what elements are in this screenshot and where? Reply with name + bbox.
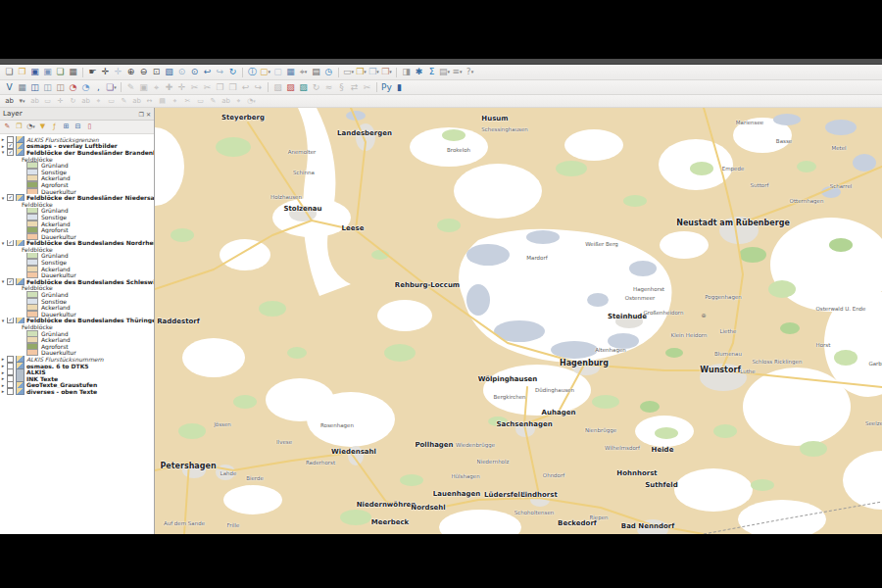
layer-tree-item[interactable]: ▸ALKIS Flurstücksnummern — [0, 356, 154, 363]
layer-tree-item[interactable]: ▸✓osmaps - overlay Luftbilder — [0, 143, 154, 150]
deselect-features-icon[interactable]: ▢ — [271, 67, 284, 78]
zoom-to-layer-icon[interactable]: ⊙ — [188, 67, 201, 78]
add-wfs-layer-icon[interactable]: ◔ — [79, 81, 92, 93]
pin-labels-icon[interactable]: ab — [28, 96, 41, 106]
zoom-in-icon[interactable]: ⊕ — [124, 67, 137, 78]
new-shapefile-layer-icon[interactable]: ❏▾ — [105, 81, 118, 93]
add-spatialite-layer-icon[interactable]: ◫ — [41, 81, 54, 93]
label-tool-9-icon[interactable]: ✎ — [118, 96, 130, 106]
layer-tree-item[interactable]: ▸osmaps, 6 to DTK5 — [0, 363, 154, 369]
rotate-feature-icon[interactable]: ↻ — [310, 81, 322, 93]
paste-layer-icon[interactable]: ❒▾ — [380, 67, 393, 78]
expander-icon[interactable]: ▸ — [0, 388, 6, 394]
labeling-dd-icon[interactable]: ▾▾ — [16, 96, 28, 106]
add-group-icon[interactable]: ❐ — [14, 122, 24, 132]
add-raster-layer-icon[interactable]: ▦ — [16, 81, 28, 93]
toggle-editing-icon[interactable]: ✎ — [124, 81, 137, 93]
layer-visibility-checkbox[interactable] — [7, 382, 14, 389]
expander-icon[interactable]: ▾ — [0, 149, 6, 155]
log-messages-icon[interactable]: ▮ — [393, 81, 406, 93]
cut-features-icon[interactable]: ✂ — [201, 81, 214, 93]
reshape-feature-icon[interactable]: § — [335, 81, 348, 93]
expander-icon[interactable]: ▾ — [0, 240, 6, 246]
filter-expression-icon[interactable]: ƒ — [49, 122, 60, 132]
copy-layer-icon[interactable]: ❒▾ — [368, 67, 380, 78]
save-edits-icon[interactable]: ▣ — [137, 81, 150, 93]
delete-selected-icon[interactable]: ✂ — [188, 81, 201, 93]
add-mssql-layer-icon[interactable]: ◫ — [54, 81, 67, 93]
simplify-feature-icon[interactable]: ≈ — [322, 81, 335, 93]
zoom-last-icon[interactable]: ↩ — [201, 67, 214, 78]
layer-visibility-checkbox[interactable]: ✓ — [7, 149, 14, 156]
expander-icon[interactable]: ▾ — [0, 195, 6, 201]
pan-map-icon[interactable]: ✛ — [99, 67, 112, 78]
copy-paste-style-teal-icon[interactable]: ▨ — [297, 81, 310, 93]
label-tool-11-icon[interactable]: ↔ — [143, 96, 156, 106]
layer-visibility-checkbox[interactable]: ✓ — [7, 278, 14, 285]
layer-tree-item[interactable]: ▾✓Feldblöcke des Bundeslandes Schleswig-… — [0, 278, 154, 285]
label-tool-14-icon[interactable]: ✂ — [181, 96, 194, 106]
layer-tree-item[interactable]: ▸INK Texte — [0, 375, 154, 382]
label-tool-10-icon[interactable]: ab — [130, 96, 143, 106]
help-icon[interactable]: ?▾ — [464, 67, 476, 78]
expand-all-icon[interactable]: ⊞ — [61, 122, 72, 132]
undo-icon[interactable]: ↩ — [239, 81, 252, 93]
new-bookmark-icon[interactable]: ▤ — [310, 67, 322, 78]
collapse-all-icon[interactable]: ⊟ — [73, 122, 83, 132]
save-project-icon[interactable]: ▣ — [28, 67, 41, 78]
processing-toolbox-icon[interactable]: ✱ — [413, 67, 425, 78]
layer-tree-item[interactable]: ▾✓Feldblöcke der Bundesländer Brandenbur… — [0, 149, 154, 156]
expander-icon[interactable]: ▸ — [0, 369, 6, 375]
move-label-icon[interactable]: ✛ — [54, 96, 67, 106]
layer-visibility-checkbox[interactable] — [7, 136, 14, 143]
pan-to-selection-icon[interactable]: ✛ — [112, 67, 124, 78]
new-composer-icon[interactable]: ❏ — [54, 67, 67, 78]
layer-tree-item[interactable]: ▸ALKIS — [0, 368, 154, 375]
layer-tree-item[interactable]: ▸ALKIS Flurstücksgrenzen — [0, 136, 154, 143]
show-bookmarks-icon[interactable]: ◷ — [322, 67, 335, 78]
label-tool-16-icon[interactable]: ✎ — [207, 96, 220, 106]
layer-visibility-checkbox[interactable]: ✓ — [7, 194, 14, 201]
python-console-icon[interactable]: Py — [380, 81, 393, 93]
copy-features-icon[interactable]: ❐ — [214, 81, 226, 93]
expander-icon[interactable]: ▸ — [0, 356, 6, 362]
add-wms-layer-icon[interactable]: ◔ — [67, 81, 79, 93]
identify-features-icon[interactable]: ⓘ — [246, 67, 259, 78]
expander-icon[interactable]: ▸ — [0, 143, 6, 149]
label-tool-18-icon[interactable]: ⌖ — [232, 96, 245, 106]
layer-tree-item[interactable]: ▸diverses - oben Texte — [0, 388, 154, 395]
expander-icon[interactable]: ▸ — [0, 375, 6, 381]
layer-tree-item[interactable]: ▸GeoTexte_Graustufen — [0, 382, 154, 389]
composer-manager-icon[interactable]: ▦ — [67, 67, 79, 78]
layer-visibility-checkbox[interactable] — [7, 368, 14, 375]
label-tool-17-icon[interactable]: ab — [220, 96, 232, 106]
layer-visibility-checkbox[interactable] — [7, 356, 14, 363]
zoom-native-icon[interactable]: ⊡ — [150, 67, 163, 78]
layer-visibility-checkbox[interactable]: ✓ — [7, 318, 14, 324]
paste-features-icon[interactable]: ❒ — [226, 81, 239, 93]
panel-close-icon[interactable]: ✕ — [146, 111, 151, 118]
layer-tree-item[interactable]: ▾✓Feldblöcke des Bundeslandes Nordrhein-… — [0, 240, 154, 247]
map-canvas[interactable]: SteyerbergLandesbergenHusumStolzenauLees… — [155, 108, 882, 534]
attribute-table-icon[interactable]: ▦ — [284, 67, 297, 78]
zoom-to-selection-icon[interactable]: ⊙ — [175, 67, 188, 78]
layer-visibility-checkbox[interactable] — [7, 363, 14, 369]
layer-tree-item[interactable]: ▾✓Feldblöcke der Bundesländer Niedersach… — [0, 194, 154, 201]
labeling-options-icon[interactable]: ab — [3, 96, 16, 106]
offset-curve-icon[interactable]: ⇄ — [348, 81, 361, 93]
expander-icon[interactable]: ▾ — [0, 318, 6, 323]
label-tool-7-icon[interactable]: ⌖ — [92, 96, 105, 106]
touch-zoom-icon[interactable]: ☛ — [86, 67, 99, 78]
save-project-as-icon[interactable]: ▣ — [41, 67, 54, 78]
map-tips-icon[interactable]: ◨ — [400, 67, 413, 78]
change-label-icon[interactable]: ab — [79, 96, 92, 106]
layer-visibility-checkbox[interactable]: ✓ — [7, 240, 14, 247]
refresh-icon[interactable]: ↻ — [226, 67, 239, 78]
filter-legend-icon[interactable]: ▼ — [37, 122, 48, 132]
manage-themes-icon[interactable]: ◔▾ — [25, 122, 36, 132]
layer-visibility-checkbox[interactable]: ✓ — [7, 143, 14, 150]
label-tool-15-icon[interactable]: ▭ — [194, 96, 207, 106]
split-features-icon[interactable]: ✂ — [361, 81, 373, 93]
open-project-icon[interactable]: ❐ — [16, 67, 28, 78]
annotation-icon[interactable]: ▭▾ — [342, 67, 355, 78]
